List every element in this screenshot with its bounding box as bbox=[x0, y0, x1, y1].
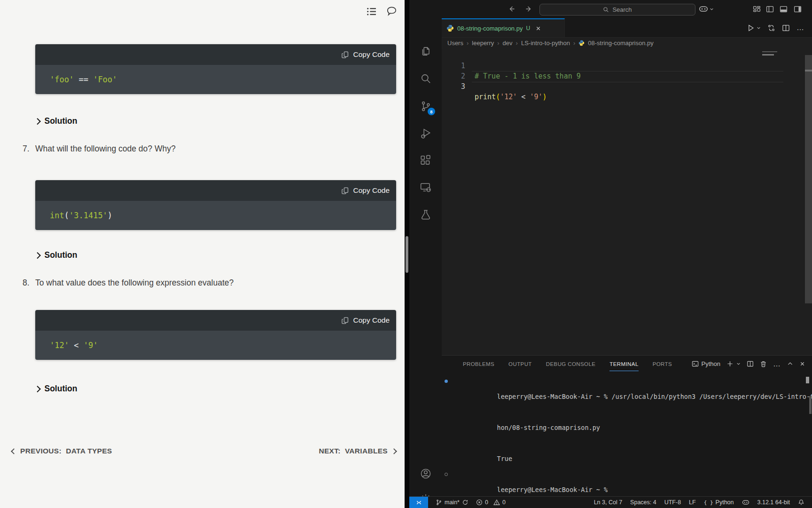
code-text: int('3.1415') bbox=[35, 201, 396, 230]
code-line-1[interactable]: 1 # True - 1 is less than 9 bbox=[442, 50, 812, 61]
tab-problems[interactable]: PROBLEMS bbox=[463, 361, 494, 367]
toggle-panel-icon[interactable] bbox=[780, 5, 788, 13]
terminal-scroll-decoration bbox=[806, 377, 809, 383]
code-block-header: Copy Code bbox=[35, 180, 396, 201]
back-arrow-icon[interactable] bbox=[508, 5, 515, 13]
run-debug-icon[interactable] bbox=[420, 127, 432, 140]
breadcrumb-separator: › bbox=[497, 40, 499, 47]
terminal-output[interactable]: leeperry@Lees-MacBook-Air ~ % /usr/local… bbox=[442, 372, 812, 501]
remote-indicator[interactable] bbox=[409, 497, 428, 508]
problems-status[interactable]: 0 0 bbox=[476, 499, 506, 506]
line-number: 3 bbox=[442, 81, 465, 92]
toggle-secondary-sidebar-icon[interactable] bbox=[794, 5, 802, 13]
run-python-file-icon[interactable] bbox=[747, 24, 755, 32]
terminal-line: leeperry@Lees-MacBook-Air ~ % /usr/local… bbox=[442, 377, 812, 408]
more-actions-icon[interactable]: … bbox=[796, 25, 804, 30]
encoding[interactable]: UTF-8 bbox=[664, 499, 681, 506]
minimap[interactable] bbox=[762, 51, 777, 52]
comment-bubble-icon[interactable] bbox=[386, 6, 397, 16]
code-editor[interactable]: 1 # True - 1 is less than 9 2 3 print('1… bbox=[442, 48, 812, 355]
cursor-position[interactable]: Ln 3, Col 7 bbox=[594, 499, 622, 506]
forward-arrow-icon[interactable] bbox=[525, 5, 532, 13]
editor-tab[interactable]: 08-string-comaprison.py U bbox=[442, 18, 565, 37]
split-terminal-icon[interactable] bbox=[747, 360, 754, 367]
copy-code-button[interactable]: Copy Code bbox=[341, 50, 390, 59]
command-center-search[interactable]: Search bbox=[539, 4, 695, 16]
explorer-icon[interactable] bbox=[420, 45, 432, 57]
copilot-icon bbox=[742, 499, 750, 506]
breadcrumb-separator: › bbox=[516, 40, 518, 47]
breadcrumb-item[interactable]: Users bbox=[447, 40, 463, 47]
terminal-scrollbar[interactable] bbox=[809, 396, 812, 414]
chevron-right-icon bbox=[34, 386, 40, 392]
open-changes-icon[interactable] bbox=[767, 24, 775, 32]
eol-sequence[interactable]: LF bbox=[689, 499, 696, 506]
notifications-bell[interactable] bbox=[798, 499, 804, 506]
breadcrumb-item[interactable]: leeperry bbox=[472, 40, 494, 47]
tab-close-icon[interactable] bbox=[535, 25, 541, 32]
toggle-primary-sidebar-icon[interactable] bbox=[766, 5, 774, 13]
terminal-dropdown-chevron-icon[interactable] bbox=[736, 362, 741, 366]
terminal-shell-selector[interactable]: Python bbox=[692, 360, 720, 367]
toc-list-icon[interactable] bbox=[367, 7, 376, 16]
extensions-icon[interactable] bbox=[420, 154, 432, 167]
branch-status[interactable]: main* bbox=[436, 499, 468, 506]
page-scrollbar-thumb[interactable] bbox=[406, 236, 408, 273]
solution-label: Solution bbox=[45, 116, 78, 126]
solution-toggle-1[interactable]: Solution bbox=[35, 116, 77, 126]
language-mode[interactable]: { } Python bbox=[704, 499, 734, 506]
close-panel-icon[interactable] bbox=[799, 361, 805, 367]
source-control-icon[interactable]: 8 bbox=[420, 100, 432, 112]
breadcrumb-item[interactable]: LS-intro-to-python bbox=[521, 40, 570, 47]
breadcrumb-item[interactable]: dev bbox=[503, 40, 513, 47]
code-block-string-comparison: Copy Code '12' < '9' bbox=[35, 310, 396, 360]
status-bar: main* 0 0 Ln 3, Col 7 bbox=[409, 496, 812, 508]
copy-code-label: Copy Code bbox=[353, 316, 390, 325]
command-decoration[interactable] bbox=[445, 380, 448, 383]
copilot-status[interactable] bbox=[742, 499, 750, 506]
next-link[interactable]: NEXT: VARIABLES bbox=[319, 447, 396, 455]
code-line-2[interactable]: 2 bbox=[442, 61, 812, 71]
run-dropdown-chevron-icon[interactable] bbox=[757, 26, 761, 30]
sync-icon bbox=[462, 499, 468, 506]
terminal-text: hon/08-string-comaprison.py bbox=[497, 424, 600, 431]
solution-toggle-2[interactable]: Solution bbox=[35, 250, 77, 260]
testing-flask-icon[interactable] bbox=[420, 209, 432, 221]
maximize-panel-chevron-icon[interactable] bbox=[787, 361, 793, 367]
customize-layout-icon[interactable] bbox=[753, 5, 761, 13]
breadcrumb-item[interactable]: 08-string-comaprison.py bbox=[588, 40, 653, 47]
new-terminal-icon[interactable] bbox=[726, 360, 734, 367]
minimap[interactable] bbox=[762, 54, 774, 56]
code-block-header: Copy Code bbox=[35, 310, 396, 331]
kill-terminal-trash-icon[interactable] bbox=[760, 360, 767, 367]
solution-toggle-3[interactable]: Solution bbox=[35, 384, 77, 394]
tab-bar: 08-string-comaprison.py U bbox=[442, 18, 812, 38]
code-text: 'foo' == 'Foo' bbox=[35, 65, 396, 94]
tab-terminal[interactable]: TERMINAL bbox=[609, 361, 638, 367]
tab-debug-console[interactable]: DEBUG CONSOLE bbox=[546, 361, 596, 367]
previous-link[interactable]: PREVIOUS: DATA TYPES bbox=[12, 447, 112, 455]
tab-output[interactable]: OUTPUT bbox=[508, 361, 532, 367]
editor-scrollbar[interactable] bbox=[805, 55, 812, 303]
remote-explorer-icon[interactable] bbox=[420, 182, 432, 194]
copilot-button[interactable] bbox=[699, 4, 714, 14]
tab-ports[interactable]: PORTS bbox=[653, 361, 672, 367]
search-sidebar-icon[interactable] bbox=[420, 72, 432, 85]
account-icon[interactable] bbox=[420, 468, 432, 480]
error-icon bbox=[476, 499, 483, 506]
panel-actions: Python bbox=[692, 360, 805, 367]
editor-actions: … bbox=[747, 18, 812, 37]
code-line-3[interactable]: 3 print('12' < '9') bbox=[442, 71, 812, 81]
copy-code-label: Copy Code bbox=[353, 50, 390, 59]
question-number: 8. bbox=[23, 278, 35, 288]
search-icon bbox=[603, 7, 609, 13]
panel-more-actions-icon[interactable]: … bbox=[773, 362, 781, 366]
split-editor-icon[interactable] bbox=[782, 24, 790, 32]
copy-code-button[interactable]: Copy Code bbox=[341, 316, 390, 325]
screen: Copy Code 'foo' == 'Foo' Solution 7. Wha… bbox=[0, 0, 812, 508]
command-decoration[interactable] bbox=[445, 473, 448, 476]
python-interpreter[interactable]: 3.12.1 64-bit bbox=[757, 499, 790, 506]
solution-label: Solution bbox=[45, 384, 78, 394]
indentation[interactable]: Spaces: 4 bbox=[630, 499, 656, 506]
copy-code-button[interactable]: Copy Code bbox=[341, 186, 390, 195]
